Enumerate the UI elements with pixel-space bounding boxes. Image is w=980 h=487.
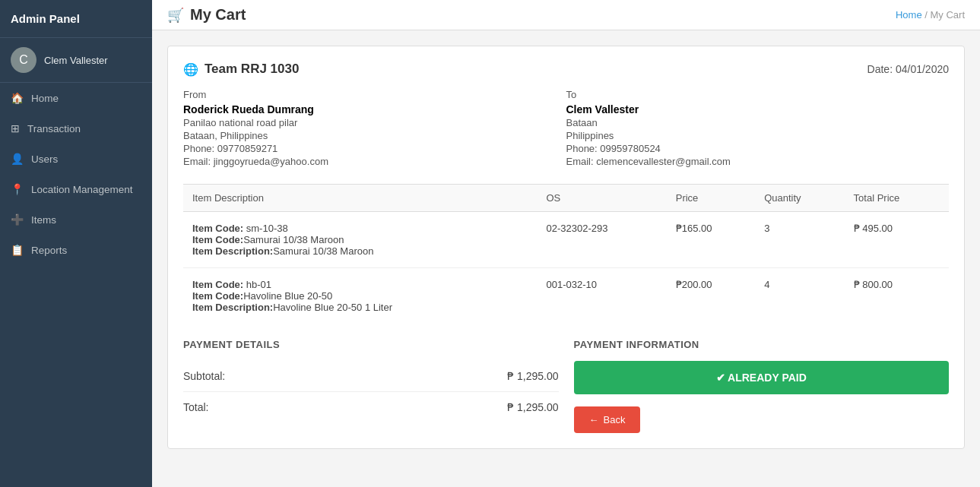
to-name: Clem Vallester <box>566 103 950 115</box>
sidebar-item-home-label: Home <box>31 93 59 104</box>
users-icon: 👤 <box>11 153 24 165</box>
sidebar-nav: 🏠 Home ⊞ Transaction 👤 Users 📍 Location … <box>0 83 152 487</box>
sidebar-item-items-label: Items <box>31 214 56 226</box>
to-phone: Phone: 09959780524 <box>566 143 950 154</box>
table-row: Item Code: sm-10-38 Item Code:Samurai 10… <box>183 212 949 268</box>
item-description-1: Item Code: hb-01 Item Code:Havoline Blue… <box>183 268 538 324</box>
item-quantity-0: 3 <box>755 212 844 268</box>
total-row: Total: ₱ 1,295.00 <box>183 392 559 422</box>
col-total: Total Price <box>845 185 949 212</box>
location-icon: 📍 <box>11 183 24 195</box>
already-paid-button[interactable]: ✔ ALREADY PAID <box>574 361 950 394</box>
sidebar-item-transaction-label: Transaction <box>27 123 81 134</box>
sidebar-item-location[interactable]: 📍 Location Management <box>0 174 152 204</box>
reports-icon: 📋 <box>11 244 24 256</box>
sidebar-item-items[interactable]: ➕ Items <box>0 204 152 235</box>
order-card: 🌐 Team RRJ 1030 Date: 04/01/2020 From Ro… <box>167 46 965 449</box>
payment-details: PAYMENT DETAILS Subtotal: ₱ 1,295.00 Tot… <box>183 339 559 433</box>
payment-info: PAYMENT INFORMATION ✔ ALREADY PAID ← Bac… <box>574 339 950 433</box>
topbar: 🛒 My Cart Home / My Cart <box>152 0 980 30</box>
items-table: Item Description OS Price Quantity Total… <box>183 184 949 324</box>
from-address1: Panilao national road pilar <box>183 117 566 128</box>
team-header: 🌐 Team RRJ 1030 Date: 04/01/2020 <box>183 62 949 77</box>
avatar: C <box>11 47 36 73</box>
to-email: Email: clemencevallester@gmail.com <box>566 156 950 167</box>
item-os-0: 02-32302-293 <box>538 212 667 268</box>
col-quantity: Quantity <box>755 185 844 212</box>
user-name: Clem Vallester <box>44 55 108 66</box>
transaction-icon: ⊞ <box>11 122 20 134</box>
sidebar-item-home[interactable]: 🏠 Home <box>0 83 152 113</box>
total-value: ₱ 1,295.00 <box>507 401 558 413</box>
payment-info-title: PAYMENT INFORMATION <box>574 339 950 350</box>
total-label: Total: <box>183 401 208 413</box>
content-area: 🌐 Team RRJ 1030 Date: 04/01/2020 From Ro… <box>152 30 980 479</box>
item-description-0: Item Code: sm-10-38 Item Code:Samurai 10… <box>183 212 538 268</box>
from-phone: Phone: 09770859271 <box>183 143 566 154</box>
breadcrumb: Home / My Cart <box>896 9 965 21</box>
back-label: Back <box>604 414 626 425</box>
page-title-container: 🛒 My Cart <box>167 6 246 24</box>
address-section: From Roderick Rueda Dumrang Panilao nati… <box>183 89 949 169</box>
team-name: Team RRJ 1030 <box>205 62 299 77</box>
home-icon: 🏠 <box>11 92 24 104</box>
payment-section: PAYMENT DETAILS Subtotal: ₱ 1,295.00 Tot… <box>183 339 949 433</box>
breadcrumb-current: My Cart <box>931 9 966 21</box>
col-os: OS <box>538 185 667 212</box>
admin-title: Admin Panel <box>0 0 152 38</box>
team-name-container: 🌐 Team RRJ 1030 <box>183 62 299 77</box>
to-address1: Bataan <box>566 117 950 128</box>
globe-icon: 🌐 <box>183 62 198 77</box>
from-name: Roderick Rueda Dumrang <box>183 103 566 115</box>
to-address: To Clem Vallester Bataan Philippines Pho… <box>566 89 950 169</box>
item-price-0: ₱165.00 <box>667 212 755 268</box>
subtotal-label: Subtotal: <box>183 370 225 382</box>
item-quantity-1: 4 <box>755 268 844 324</box>
from-address2: Bataan, Philippines <box>183 130 566 141</box>
sidebar-item-transaction[interactable]: ⊞ Transaction <box>0 113 152 144</box>
sidebar-item-users[interactable]: 👤 Users <box>0 144 152 174</box>
sidebar-item-reports-label: Reports <box>31 245 67 256</box>
col-price: Price <box>667 185 755 212</box>
sidebar-item-users-label: Users <box>31 153 58 165</box>
item-os-1: 001-032-10 <box>538 268 667 324</box>
breadcrumb-home[interactable]: Home <box>896 9 922 21</box>
cart-icon: 🛒 <box>167 7 184 24</box>
page-title: My Cart <box>190 6 246 24</box>
from-label: From <box>183 89 566 100</box>
from-address: From Roderick Rueda Dumrang Panilao nati… <box>183 89 566 169</box>
back-button[interactable]: ← Back <box>574 406 641 433</box>
back-arrow-icon: ← <box>589 414 599 425</box>
col-description: Item Description <box>183 185 538 212</box>
subtotal-value: ₱ 1,295.00 <box>507 370 558 382</box>
to-address2: Philippines <box>566 130 950 141</box>
order-date: Date: 04/01/2020 <box>867 63 949 75</box>
to-label: To <box>566 89 950 100</box>
payment-details-title: PAYMENT DETAILS <box>183 339 559 350</box>
items-icon: ➕ <box>11 213 24 226</box>
item-total-1: ₱ 800.00 <box>845 268 949 324</box>
from-email: Email: jinggoyrueda@yahoo.com <box>183 156 566 167</box>
main-content: 🛒 My Cart Home / My Cart 🌐 Team RRJ 1030… <box>152 0 980 487</box>
table-row: Item Code: hb-01 Item Code:Havoline Blue… <box>183 268 949 324</box>
sidebar-item-reports[interactable]: 📋 Reports <box>0 235 152 265</box>
user-section: C Clem Vallester <box>0 38 152 83</box>
subtotal-row: Subtotal: ₱ 1,295.00 <box>183 361 559 392</box>
item-price-1: ₱200.00 <box>667 268 755 324</box>
sidebar-item-location-label: Location Management <box>31 184 133 195</box>
item-total-0: ₱ 495.00 <box>845 212 949 268</box>
sidebar: Admin Panel C Clem Vallester 🏠 Home ⊞ Tr… <box>0 0 152 487</box>
